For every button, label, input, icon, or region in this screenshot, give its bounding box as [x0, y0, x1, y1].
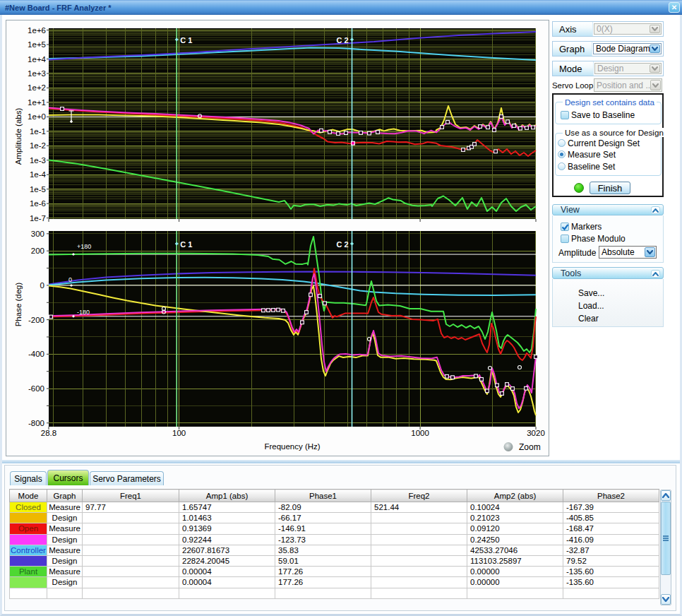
svg-text:-200: -200	[28, 316, 44, 324]
svg-text:1e+6: 1e+6	[28, 26, 46, 35]
svg-text:Frequency (Hz): Frequency (Hz)	[264, 442, 320, 451]
svg-text:300: 300	[31, 230, 44, 238]
svg-text:1e+3: 1e+3	[28, 69, 46, 78]
svg-text:3020: 3020	[527, 429, 545, 437]
svg-text:Phase (deg): Phase (deg)	[14, 283, 23, 327]
svg-text:1e-1: 1e-1	[30, 127, 46, 136]
svg-text:1e-3: 1e-3	[30, 156, 46, 165]
svg-text:100: 100	[172, 429, 186, 437]
svg-text:1e+1: 1e+1	[28, 98, 46, 107]
svg-text:C 2: C 2	[336, 36, 348, 45]
svg-text:-600: -600	[28, 384, 44, 393]
svg-text:-180: -180	[77, 309, 90, 316]
svg-text:+180: +180	[77, 243, 91, 250]
svg-text:1e+5: 1e+5	[28, 40, 46, 49]
svg-text:C 1: C 1	[180, 240, 192, 249]
svg-text:Amplitude (abs): Amplitude (abs)	[14, 108, 23, 165]
svg-text:0: 0	[68, 276, 72, 283]
svg-text:Zoom: Zoom	[519, 442, 541, 452]
svg-text:-400: -400	[28, 350, 44, 358]
svg-text:28.8: 28.8	[41, 429, 56, 437]
svg-text:-800: -800	[28, 419, 44, 427]
svg-text:C 1: C 1	[180, 36, 192, 45]
svg-text:1e-4: 1e-4	[30, 170, 47, 179]
svg-text:C 2: C 2	[336, 240, 348, 249]
svg-text:1e+0: 1e+0	[28, 112, 46, 121]
svg-text:200: 200	[31, 247, 44, 255]
svg-text:1e+4: 1e+4	[28, 55, 47, 64]
svg-text:1e-7: 1e-7	[30, 214, 46, 223]
svg-text:0: 0	[40, 281, 44, 290]
svg-text:1e-2: 1e-2	[30, 141, 46, 150]
svg-text:1e-6: 1e-6	[30, 199, 46, 208]
svg-text:1000: 1000	[411, 429, 429, 437]
svg-text:1e-5: 1e-5	[30, 185, 46, 194]
svg-text:1e+2: 1e+2	[28, 83, 46, 92]
